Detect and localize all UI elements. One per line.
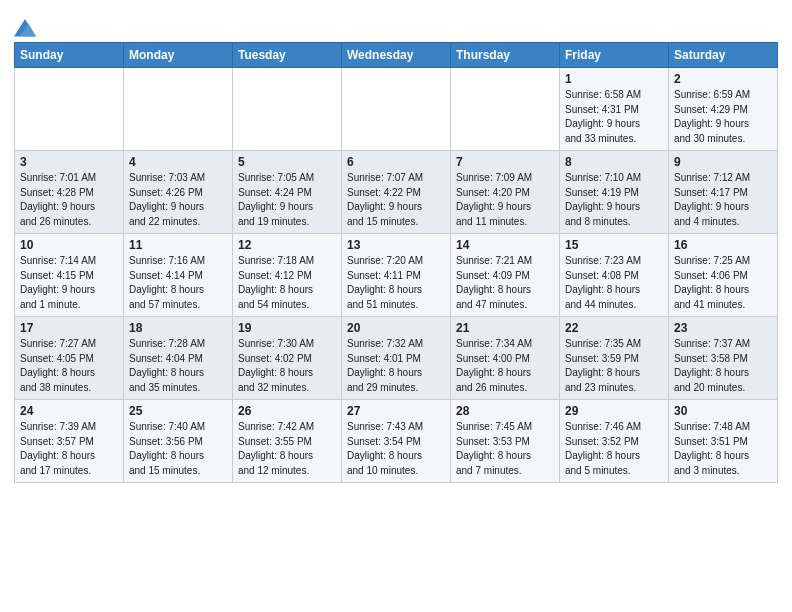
day-number: 21 xyxy=(456,321,554,335)
calendar-cell: 27Sunrise: 7:43 AM Sunset: 3:54 PM Dayli… xyxy=(342,400,451,483)
weekday-header-thursday: Thursday xyxy=(451,43,560,68)
day-number: 6 xyxy=(347,155,445,169)
day-info: Sunrise: 7:07 AM Sunset: 4:22 PM Dayligh… xyxy=(347,171,445,229)
day-number: 1 xyxy=(565,72,663,86)
weekday-header-sunday: Sunday xyxy=(15,43,124,68)
calendar-cell: 28Sunrise: 7:45 AM Sunset: 3:53 PM Dayli… xyxy=(451,400,560,483)
calendar-cell: 4Sunrise: 7:03 AM Sunset: 4:26 PM Daylig… xyxy=(124,151,233,234)
calendar-cell: 7Sunrise: 7:09 AM Sunset: 4:20 PM Daylig… xyxy=(451,151,560,234)
day-info: Sunrise: 7:09 AM Sunset: 4:20 PM Dayligh… xyxy=(456,171,554,229)
day-number: 25 xyxy=(129,404,227,418)
day-info: Sunrise: 7:16 AM Sunset: 4:14 PM Dayligh… xyxy=(129,254,227,312)
calendar-cell: 16Sunrise: 7:25 AM Sunset: 4:06 PM Dayli… xyxy=(669,234,778,317)
day-number: 30 xyxy=(674,404,772,418)
day-info: Sunrise: 6:59 AM Sunset: 4:29 PM Dayligh… xyxy=(674,88,772,146)
day-info: Sunrise: 7:25 AM Sunset: 4:06 PM Dayligh… xyxy=(674,254,772,312)
calendar-cell: 25Sunrise: 7:40 AM Sunset: 3:56 PM Dayli… xyxy=(124,400,233,483)
weekday-header-wednesday: Wednesday xyxy=(342,43,451,68)
weekday-header-saturday: Saturday xyxy=(669,43,778,68)
calendar-cell: 12Sunrise: 7:18 AM Sunset: 4:12 PM Dayli… xyxy=(233,234,342,317)
day-number: 20 xyxy=(347,321,445,335)
day-number: 16 xyxy=(674,238,772,252)
calendar-cell: 30Sunrise: 7:48 AM Sunset: 3:51 PM Dayli… xyxy=(669,400,778,483)
day-info: Sunrise: 7:20 AM Sunset: 4:11 PM Dayligh… xyxy=(347,254,445,312)
calendar-cell: 9Sunrise: 7:12 AM Sunset: 4:17 PM Daylig… xyxy=(669,151,778,234)
weekday-header-friday: Friday xyxy=(560,43,669,68)
day-info: Sunrise: 7:18 AM Sunset: 4:12 PM Dayligh… xyxy=(238,254,336,312)
calendar-cell: 23Sunrise: 7:37 AM Sunset: 3:58 PM Dayli… xyxy=(669,317,778,400)
day-number: 2 xyxy=(674,72,772,86)
day-info: Sunrise: 7:42 AM Sunset: 3:55 PM Dayligh… xyxy=(238,420,336,478)
day-info: Sunrise: 7:48 AM Sunset: 3:51 PM Dayligh… xyxy=(674,420,772,478)
day-info: Sunrise: 6:58 AM Sunset: 4:31 PM Dayligh… xyxy=(565,88,663,146)
calendar-cell: 26Sunrise: 7:42 AM Sunset: 3:55 PM Dayli… xyxy=(233,400,342,483)
day-number: 11 xyxy=(129,238,227,252)
logo xyxy=(14,16,39,38)
day-number: 13 xyxy=(347,238,445,252)
calendar-table: SundayMondayTuesdayWednesdayThursdayFrid… xyxy=(14,42,778,483)
day-number: 24 xyxy=(20,404,118,418)
day-info: Sunrise: 7:27 AM Sunset: 4:05 PM Dayligh… xyxy=(20,337,118,395)
day-info: Sunrise: 7:28 AM Sunset: 4:04 PM Dayligh… xyxy=(129,337,227,395)
day-info: Sunrise: 7:35 AM Sunset: 3:59 PM Dayligh… xyxy=(565,337,663,395)
day-info: Sunrise: 7:39 AM Sunset: 3:57 PM Dayligh… xyxy=(20,420,118,478)
day-number: 10 xyxy=(20,238,118,252)
calendar-week-row: 1Sunrise: 6:58 AM Sunset: 4:31 PM Daylig… xyxy=(15,68,778,151)
day-info: Sunrise: 7:43 AM Sunset: 3:54 PM Dayligh… xyxy=(347,420,445,478)
calendar-cell: 11Sunrise: 7:16 AM Sunset: 4:14 PM Dayli… xyxy=(124,234,233,317)
day-number: 4 xyxy=(129,155,227,169)
calendar-cell: 10Sunrise: 7:14 AM Sunset: 4:15 PM Dayli… xyxy=(15,234,124,317)
calendar-week-row: 24Sunrise: 7:39 AM Sunset: 3:57 PM Dayli… xyxy=(15,400,778,483)
calendar-cell: 20Sunrise: 7:32 AM Sunset: 4:01 PM Dayli… xyxy=(342,317,451,400)
day-number: 17 xyxy=(20,321,118,335)
day-number: 28 xyxy=(456,404,554,418)
weekday-header-row: SundayMondayTuesdayWednesdayThursdayFrid… xyxy=(15,43,778,68)
day-number: 23 xyxy=(674,321,772,335)
day-number: 9 xyxy=(674,155,772,169)
day-number: 27 xyxy=(347,404,445,418)
day-info: Sunrise: 7:23 AM Sunset: 4:08 PM Dayligh… xyxy=(565,254,663,312)
calendar-week-row: 3Sunrise: 7:01 AM Sunset: 4:28 PM Daylig… xyxy=(15,151,778,234)
day-number: 22 xyxy=(565,321,663,335)
day-number: 18 xyxy=(129,321,227,335)
day-info: Sunrise: 7:37 AM Sunset: 3:58 PM Dayligh… xyxy=(674,337,772,395)
calendar-cell: 1Sunrise: 6:58 AM Sunset: 4:31 PM Daylig… xyxy=(560,68,669,151)
calendar-cell: 19Sunrise: 7:30 AM Sunset: 4:02 PM Dayli… xyxy=(233,317,342,400)
day-number: 7 xyxy=(456,155,554,169)
day-number: 14 xyxy=(456,238,554,252)
calendar-cell xyxy=(342,68,451,151)
calendar-cell: 2Sunrise: 6:59 AM Sunset: 4:29 PM Daylig… xyxy=(669,68,778,151)
weekday-header-tuesday: Tuesday xyxy=(233,43,342,68)
day-info: Sunrise: 7:05 AM Sunset: 4:24 PM Dayligh… xyxy=(238,171,336,229)
day-info: Sunrise: 7:46 AM Sunset: 3:52 PM Dayligh… xyxy=(565,420,663,478)
day-number: 26 xyxy=(238,404,336,418)
day-number: 12 xyxy=(238,238,336,252)
header xyxy=(14,10,778,38)
day-info: Sunrise: 7:30 AM Sunset: 4:02 PM Dayligh… xyxy=(238,337,336,395)
calendar-cell: 13Sunrise: 7:20 AM Sunset: 4:11 PM Dayli… xyxy=(342,234,451,317)
day-number: 19 xyxy=(238,321,336,335)
calendar-cell: 24Sunrise: 7:39 AM Sunset: 3:57 PM Dayli… xyxy=(15,400,124,483)
day-info: Sunrise: 7:21 AM Sunset: 4:09 PM Dayligh… xyxy=(456,254,554,312)
calendar-cell: 14Sunrise: 7:21 AM Sunset: 4:09 PM Dayli… xyxy=(451,234,560,317)
calendar-cell: 5Sunrise: 7:05 AM Sunset: 4:24 PM Daylig… xyxy=(233,151,342,234)
calendar-week-row: 17Sunrise: 7:27 AM Sunset: 4:05 PM Dayli… xyxy=(15,317,778,400)
calendar-cell xyxy=(451,68,560,151)
calendar-week-row: 10Sunrise: 7:14 AM Sunset: 4:15 PM Dayli… xyxy=(15,234,778,317)
calendar-cell: 8Sunrise: 7:10 AM Sunset: 4:19 PM Daylig… xyxy=(560,151,669,234)
day-number: 3 xyxy=(20,155,118,169)
day-info: Sunrise: 7:45 AM Sunset: 3:53 PM Dayligh… xyxy=(456,420,554,478)
day-info: Sunrise: 7:34 AM Sunset: 4:00 PM Dayligh… xyxy=(456,337,554,395)
calendar-cell: 21Sunrise: 7:34 AM Sunset: 4:00 PM Dayli… xyxy=(451,317,560,400)
calendar-cell: 18Sunrise: 7:28 AM Sunset: 4:04 PM Dayli… xyxy=(124,317,233,400)
day-info: Sunrise: 7:32 AM Sunset: 4:01 PM Dayligh… xyxy=(347,337,445,395)
calendar-cell xyxy=(15,68,124,151)
day-info: Sunrise: 7:40 AM Sunset: 3:56 PM Dayligh… xyxy=(129,420,227,478)
day-number: 8 xyxy=(565,155,663,169)
calendar-cell xyxy=(233,68,342,151)
day-info: Sunrise: 7:03 AM Sunset: 4:26 PM Dayligh… xyxy=(129,171,227,229)
day-number: 29 xyxy=(565,404,663,418)
calendar-cell: 15Sunrise: 7:23 AM Sunset: 4:08 PM Dayli… xyxy=(560,234,669,317)
day-number: 5 xyxy=(238,155,336,169)
calendar-cell: 3Sunrise: 7:01 AM Sunset: 4:28 PM Daylig… xyxy=(15,151,124,234)
